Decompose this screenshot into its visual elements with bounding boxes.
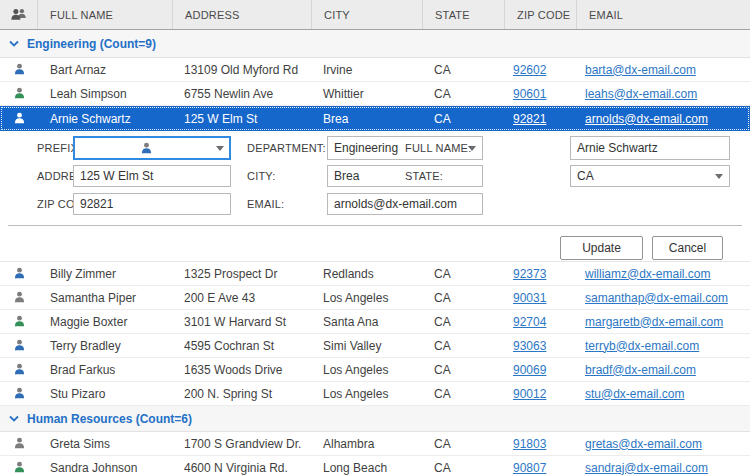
- cell-state: CA: [423, 363, 505, 377]
- table-row[interactable]: Maggie Boxter 3101 W Harvard St Santa An…: [0, 310, 750, 334]
- email-link[interactable]: barta@dx-email.com: [585, 63, 696, 77]
- zip-link[interactable]: 92373: [513, 267, 546, 281]
- zip-link[interactable]: 91803: [513, 437, 546, 451]
- person-icon: [12, 314, 27, 329]
- table-row-selected[interactable]: Arnie Schwartz 125 W Elm St Brea CA 9282…: [0, 106, 750, 131]
- cell-full-name: Maggie Boxter: [38, 315, 173, 329]
- zip-code-field[interactable]: [73, 193, 231, 215]
- full-name-field[interactable]: [570, 136, 730, 160]
- header-cell-email[interactable]: EMAIL: [577, 0, 750, 29]
- cell-city: Alhambra: [312, 437, 423, 451]
- table-row[interactable]: Sandra Johnson 4600 N Virginia Rd. Long …: [0, 456, 750, 476]
- cell-state: CA: [423, 339, 505, 353]
- cell-address: 125 W Elm St: [173, 112, 312, 126]
- cell-address: 200 N. Spring St: [173, 387, 312, 401]
- email-link[interactable]: terryb@dx-email.com: [585, 339, 699, 353]
- cell-address: 1700 S Grandview Dr.: [173, 437, 312, 451]
- cell-city: Los Angeles: [312, 363, 423, 377]
- cell-city: Irvine: [312, 63, 423, 77]
- cell-full-name: Sandra Johnson: [38, 461, 173, 475]
- dropdown-arrow-icon[interactable]: [715, 174, 723, 179]
- form-divider: [8, 225, 742, 226]
- cell-address: 6755 Newlin Ave: [173, 87, 312, 101]
- email-link[interactable]: sandraj@dx-email.com: [585, 461, 708, 475]
- person-icon: [12, 266, 27, 281]
- cancel-button[interactable]: Cancel: [652, 236, 723, 260]
- cell-address: 200 E Ave 43: [173, 291, 312, 305]
- zip-link[interactable]: 90012: [513, 387, 546, 401]
- cell-state: CA: [423, 267, 505, 281]
- cell-state: CA: [423, 437, 505, 451]
- person-icon: [12, 460, 27, 475]
- group-row-human-resources[interactable]: Human Resources (Count=6): [0, 406, 750, 432]
- table-row[interactable]: Terry Bradley 4595 Cochran St Simi Valle…: [0, 334, 750, 358]
- person-icon: [12, 86, 27, 101]
- email-link[interactable]: stu@dx-email.com: [585, 387, 685, 401]
- header-cell-state[interactable]: STATE: [423, 0, 505, 29]
- cell-state: CA: [423, 63, 505, 77]
- zip-link[interactable]: 92704: [513, 315, 546, 329]
- cell-full-name: Brad Farkus: [38, 363, 173, 377]
- inline-edit-form: PREFIX: DEPARTMENT: Engineering FULL NAM…: [0, 131, 750, 262]
- person-icon: [12, 436, 27, 451]
- cell-city: Whittier: [312, 87, 423, 101]
- update-button[interactable]: Update: [560, 236, 643, 260]
- cell-full-name: Stu Pizaro: [38, 387, 173, 401]
- header-cell-zip-code[interactable]: ZIP CODE: [505, 0, 577, 29]
- email-link[interactable]: gretas@dx-email.com: [585, 437, 702, 451]
- email-link[interactable]: bradf@dx-email.com: [585, 363, 696, 377]
- header-cell-icon[interactable]: [0, 0, 38, 29]
- state-combobox[interactable]: CA: [570, 165, 730, 187]
- table-row[interactable]: Brad Farkus 1635 Woods Drive Los Angeles…: [0, 358, 750, 382]
- email-link[interactable]: williamz@dx-email.com: [585, 267, 711, 281]
- zip-link[interactable]: 92821: [513, 112, 546, 126]
- header-cell-full-name[interactable]: FULL NAME: [38, 0, 173, 29]
- person-icon: [12, 111, 27, 126]
- table-row[interactable]: Greta Sims 1700 S Grandview Dr. Alhambra…: [0, 432, 750, 456]
- cell-city: Long Beach: [312, 461, 423, 475]
- email-link[interactable]: leahs@dx-email.com: [585, 87, 697, 101]
- grid-header-row: FULL NAME ADDRESS CITY STATE ZIP CODE EM…: [0, 0, 750, 30]
- full-name-label: FULL NAME:: [405, 142, 471, 154]
- header-cell-address[interactable]: ADDRESS: [173, 0, 312, 29]
- zip-link[interactable]: 93063: [513, 339, 546, 353]
- email-link[interactable]: margaretb@dx-email.com: [585, 315, 723, 329]
- person-icon: [12, 290, 27, 305]
- cell-full-name: Leah Simpson: [38, 87, 173, 101]
- table-row[interactable]: Stu Pizaro 200 N. Spring St Los Angeles …: [0, 382, 750, 406]
- email-link[interactable]: samanthap@dx-email.com: [585, 291, 728, 305]
- table-row[interactable]: Bart Arnaz 13109 Old Myford Rd Irvine CA…: [0, 58, 750, 82]
- cell-address: 13109 Old Myford Rd: [173, 63, 312, 77]
- group-label: Engineering (Count=9): [27, 37, 156, 51]
- cell-address: 4595 Cochran St: [173, 339, 312, 353]
- cell-state: CA: [423, 315, 505, 329]
- email-link[interactable]: arnolds@dx-email.com: [585, 112, 708, 126]
- cell-state: CA: [423, 112, 505, 126]
- cell-city: Redlands: [312, 267, 423, 281]
- state-label: STATE:: [405, 170, 443, 182]
- zip-link[interactable]: 90601: [513, 87, 546, 101]
- cell-full-name: Arnie Schwartz: [38, 112, 173, 126]
- table-row[interactable]: Leah Simpson 6755 Newlin Ave Whittier CA…: [0, 82, 750, 106]
- zip-link[interactable]: 90069: [513, 363, 546, 377]
- chevron-down-icon[interactable]: [9, 415, 19, 422]
- cell-full-name: Bart Arnaz: [38, 63, 173, 77]
- header-cell-city[interactable]: CITY: [312, 0, 423, 29]
- cell-address: 1635 Woods Drive: [173, 363, 312, 377]
- cell-full-name: Samantha Piper: [38, 291, 173, 305]
- address-field[interactable]: [73, 165, 231, 187]
- person-icon: [12, 62, 27, 77]
- chevron-down-icon[interactable]: [9, 40, 19, 47]
- zip-link[interactable]: 90031: [513, 291, 546, 305]
- group-row-engineering[interactable]: Engineering (Count=9): [0, 30, 750, 58]
- email-label: EMAIL:: [247, 198, 284, 210]
- city-label: CITY:: [247, 170, 276, 182]
- cell-full-name: Terry Bradley: [38, 339, 173, 353]
- email-field[interactable]: [327, 193, 483, 215]
- zip-link[interactable]: 92602: [513, 63, 546, 77]
- prefix-combobox[interactable]: [73, 136, 231, 160]
- table-row[interactable]: Billy Zimmer 1325 Prospect Dr Redlands C…: [0, 262, 750, 286]
- zip-link[interactable]: 90807: [513, 461, 546, 475]
- table-row[interactable]: Samantha Piper 200 E Ave 43 Los Angeles …: [0, 286, 750, 310]
- dropdown-arrow-icon[interactable]: [216, 146, 224, 151]
